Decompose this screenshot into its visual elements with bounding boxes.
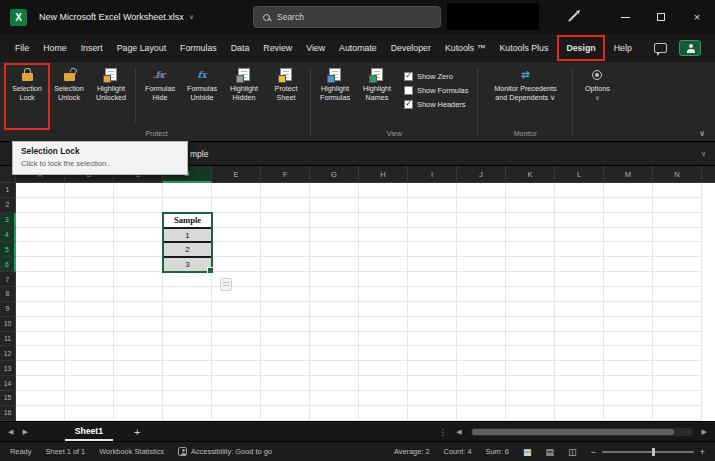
- minimize-button[interactable]: [607, 0, 643, 34]
- cell[interactable]: [457, 198, 506, 213]
- page-break-view-button[interactable]: ◫: [568, 447, 577, 457]
- cell[interactable]: [65, 406, 114, 421]
- cell-D3[interactable]: Sample: [163, 213, 212, 228]
- cell[interactable]: [114, 332, 163, 347]
- cell[interactable]: [506, 391, 555, 406]
- cell[interactable]: [457, 376, 506, 391]
- highlight-formulas-button[interactable]: Highlight Formulas: [314, 65, 356, 128]
- checkbox-show-headers[interactable]: ✓Show Headers: [404, 100, 468, 109]
- cell[interactable]: [457, 183, 506, 198]
- tab-view[interactable]: View: [299, 37, 332, 59]
- tab-home[interactable]: Home: [36, 37, 73, 59]
- tab-splitter-handle[interactable]: ⋮: [438, 427, 447, 437]
- cell[interactable]: [163, 183, 212, 198]
- search-box[interactable]: Search: [253, 6, 441, 28]
- share-button[interactable]: [679, 40, 701, 56]
- sheet-tab-sheet1[interactable]: Sheet1: [65, 422, 113, 441]
- cell[interactable]: [555, 317, 604, 332]
- scrollbar-thumb[interactable]: [472, 429, 674, 435]
- cell[interactable]: [212, 198, 261, 213]
- cell[interactable]: [310, 332, 359, 347]
- paste-options-button[interactable]: [220, 278, 232, 291]
- cell[interactable]: [114, 376, 163, 391]
- cell[interactable]: [359, 213, 408, 228]
- cell[interactable]: [408, 287, 457, 302]
- cell[interactable]: [65, 302, 114, 317]
- cell[interactable]: [310, 346, 359, 361]
- cell[interactable]: [212, 257, 261, 272]
- page-layout-view-button[interactable]: ▤: [545, 447, 554, 457]
- cell[interactable]: [359, 376, 408, 391]
- cell[interactable]: [163, 198, 212, 213]
- cell[interactable]: [359, 391, 408, 406]
- cell-D4[interactable]: 1: [163, 228, 212, 243]
- tab-kutools-plus[interactable]: Kutools Plus: [492, 37, 555, 59]
- cell[interactable]: [163, 391, 212, 406]
- scroll-right-button[interactable]: ▶: [702, 428, 707, 436]
- tab-help[interactable]: Help: [607, 37, 639, 59]
- cell[interactable]: [114, 346, 163, 361]
- cell[interactable]: [114, 361, 163, 376]
- selection-unlock-button[interactable]: Selection Unlock: [48, 65, 90, 128]
- cell[interactable]: [212, 332, 261, 347]
- cell[interactable]: [16, 287, 65, 302]
- row-header-10[interactable]: 10: [0, 317, 16, 332]
- cell[interactable]: [310, 272, 359, 287]
- zoom-slider-thumb[interactable]: [652, 448, 655, 456]
- row-header-8[interactable]: 8: [0, 287, 16, 302]
- tab-kutools[interactable]: Kutools ™: [438, 37, 493, 59]
- cell[interactable]: [212, 361, 261, 376]
- tab-review[interactable]: Review: [256, 37, 299, 59]
- cell[interactable]: [604, 317, 653, 332]
- selection-lock-button[interactable]: Selection Lock: [6, 65, 48, 128]
- row-header-4[interactable]: 4: [0, 228, 16, 243]
- cell[interactable]: [506, 346, 555, 361]
- cell[interactable]: [65, 287, 114, 302]
- cell[interactable]: [212, 346, 261, 361]
- cell[interactable]: [359, 287, 408, 302]
- row-header-7[interactable]: 7: [0, 272, 16, 287]
- cell[interactable]: [653, 346, 702, 361]
- cell[interactable]: [506, 406, 555, 421]
- cell[interactable]: [457, 213, 506, 228]
- cell[interactable]: [604, 257, 653, 272]
- close-button[interactable]: ×: [679, 0, 715, 34]
- cell[interactable]: [261, 183, 310, 198]
- expand-formula-bar-icon[interactable]: ∨: [701, 150, 706, 158]
- cell[interactable]: [65, 391, 114, 406]
- cell[interactable]: [555, 242, 604, 257]
- cell[interactable]: [555, 376, 604, 391]
- cell[interactable]: [114, 183, 163, 198]
- cell[interactable]: [16, 376, 65, 391]
- next-sheet-button[interactable]: ▶: [22, 428, 27, 436]
- cell[interactable]: [114, 287, 163, 302]
- cell[interactable]: [408, 346, 457, 361]
- cell[interactable]: [212, 228, 261, 243]
- cell[interactable]: [261, 257, 310, 272]
- cell[interactable]: [163, 361, 212, 376]
- cell[interactable]: [653, 228, 702, 243]
- cell[interactable]: [408, 242, 457, 257]
- maximize-button[interactable]: [643, 0, 679, 34]
- cell[interactable]: [604, 213, 653, 228]
- scroll-left-button[interactable]: ◀: [456, 428, 461, 436]
- cell[interactable]: [114, 272, 163, 287]
- cell[interactable]: [212, 213, 261, 228]
- cell[interactable]: [604, 228, 653, 243]
- cell[interactable]: [65, 272, 114, 287]
- workbook-statistics-button[interactable]: Workbook Statistics: [99, 447, 164, 456]
- cell[interactable]: [506, 376, 555, 391]
- row-header-15[interactable]: 15: [0, 391, 16, 406]
- tab-design[interactable]: Design: [559, 37, 602, 59]
- cell[interactable]: [261, 361, 310, 376]
- cell-D5[interactable]: 2: [163, 242, 212, 257]
- cell[interactable]: [114, 228, 163, 243]
- cell[interactable]: [359, 242, 408, 257]
- cell[interactable]: [261, 406, 310, 421]
- cell[interactable]: [457, 406, 506, 421]
- cell[interactable]: [653, 272, 702, 287]
- cell[interactable]: [163, 302, 212, 317]
- cell[interactable]: [212, 406, 261, 421]
- cell[interactable]: [653, 183, 702, 198]
- protect-sheet-button[interactable]: Protect Sheet: [265, 65, 307, 128]
